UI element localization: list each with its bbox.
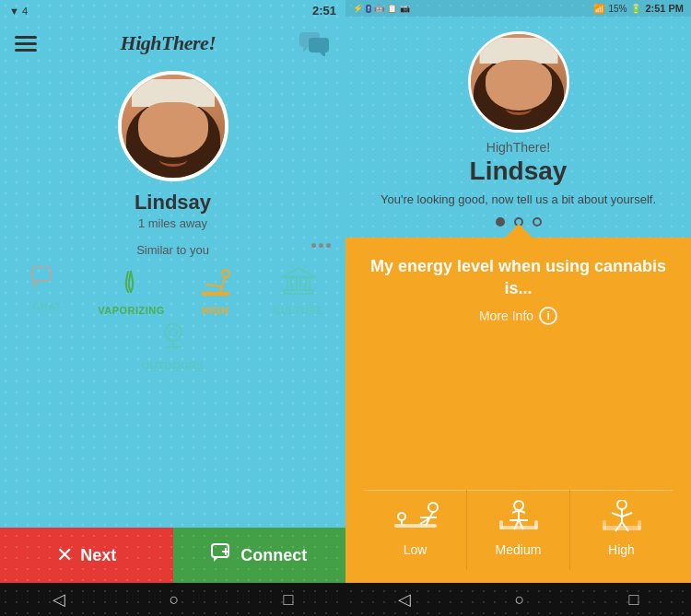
battery-icon: 🔋	[630, 4, 641, 14]
right-home-nav-icon[interactable]: ○	[515, 590, 525, 610]
connect-label: Connect	[240, 546, 307, 565]
chat-interest-icon	[31, 266, 63, 297]
energy-low-option[interactable]: Low	[364, 490, 466, 570]
svg-line-7	[222, 277, 226, 286]
next-label: Next	[80, 546, 116, 565]
left-phone: ▼ 4 2:51 HighThere!	[0, 0, 346, 616]
bottom-actions: ✕ Next Connect	[0, 528, 346, 583]
connect-button[interactable]: Connect	[173, 528, 346, 583]
similar-header: Similar to you	[15, 243, 331, 257]
hamburger-menu-button[interactable]	[15, 36, 37, 52]
plus-bubble-icon	[211, 543, 233, 568]
chat-bubbles-icon	[299, 30, 331, 56]
clipboard-icon: 📋	[387, 4, 397, 13]
profile-section: Lindsay 1 miles away	[0, 62, 346, 238]
svg-rect-43	[534, 520, 538, 529]
back-nav-icon[interactable]: ◁	[53, 589, 65, 610]
right-status-bar: ⚡ f 🤖 📋 📷 📶 15% 🔋 2:51 PM	[346, 0, 691, 17]
right-avatar	[468, 31, 569, 133]
interest-chat[interactable]: CHAT	[15, 266, 79, 316]
dot	[311, 243, 316, 248]
hamburger-line	[15, 36, 37, 39]
interests-grid: CHAT VAPORIZING	[15, 266, 331, 371]
profile-name: Lindsay	[135, 191, 211, 215]
right-time: 2:51 PM	[645, 3, 684, 14]
outdoors-icon	[156, 321, 191, 356]
left-header: HighThere!	[0, 21, 346, 62]
page-dot-3[interactable]	[533, 217, 542, 227]
high-icon	[200, 266, 231, 301]
interest-high[interactable]: HIGH	[183, 266, 248, 316]
avatar-smile	[159, 153, 187, 167]
energy-options: Low	[364, 490, 673, 570]
avatar-face-skin	[138, 102, 208, 157]
hamburger-line	[15, 49, 37, 52]
svg-rect-50	[603, 526, 641, 530]
right-nav-bar: ◁ ○ □	[346, 583, 691, 616]
low-energy-icon	[392, 500, 439, 537]
interest-vaporizing[interactable]: VAPORIZING	[98, 266, 165, 316]
svg-rect-15	[306, 277, 310, 290]
chat-label: CHAT	[32, 301, 62, 312]
svg-line-8	[205, 285, 222, 286]
energy-high-option[interactable]: High	[570, 490, 673, 570]
svg-point-26	[428, 503, 438, 512]
svg-marker-1	[303, 47, 309, 52]
svg-line-47	[622, 513, 632, 517]
left-nav-bar: ◁ ○ □	[0, 583, 346, 616]
right-tagline: You're looking good, now tell us a bit a…	[353, 192, 684, 208]
svg-point-18	[165, 324, 182, 341]
interest-culture[interactable]: CULTURE	[266, 266, 331, 316]
energy-section: My energy level when using cannabis is..…	[346, 238, 691, 583]
high-energy-label: High	[608, 542, 635, 557]
svg-rect-4	[32, 267, 51, 281]
app-logo: HighThere!	[121, 31, 217, 55]
camera-icon: 📷	[400, 4, 410, 13]
right-back-nav-icon[interactable]: ◁	[398, 589, 411, 610]
recents-nav-icon[interactable]: □	[284, 590, 294, 610]
right-smile	[506, 102, 532, 115]
right-app-name: HighThere!	[486, 140, 550, 155]
culture-label: CULTURE	[273, 305, 323, 316]
similar-section: Similar to you CHAT	[0, 238, 346, 375]
svg-marker-3	[320, 52, 325, 56]
medium-energy-label: Medium	[496, 542, 542, 557]
more-options-button[interactable]	[311, 243, 331, 248]
dot	[326, 243, 331, 248]
svg-rect-2	[309, 38, 329, 52]
energy-title: My energy level when using cannabis is..…	[364, 256, 673, 299]
culture-icon	[281, 266, 316, 301]
more-info-row: More Info i	[364, 307, 673, 325]
low-energy-label: Low	[404, 542, 427, 557]
svg-line-46	[612, 513, 622, 517]
svg-point-19	[170, 329, 177, 336]
fb-icon: f	[366, 5, 371, 13]
android-icon: 🤖	[374, 4, 384, 13]
right-recents-nav-icon[interactable]: □	[629, 590, 639, 610]
chat-icon-button[interactable]	[299, 30, 331, 56]
next-button[interactable]: ✕ Next	[0, 528, 173, 583]
dot	[319, 243, 323, 248]
svg-rect-11	[202, 292, 229, 296]
wifi-icon: 📶	[593, 4, 604, 14]
svg-rect-13	[287, 277, 291, 290]
home-nav-icon[interactable]: ○	[170, 590, 180, 610]
battery-percent: 15%	[608, 4, 627, 14]
profile-distance: 1 miles away	[138, 216, 207, 230]
svg-marker-23	[214, 557, 218, 562]
right-profile-name: Lindsay	[470, 157, 568, 186]
interest-outdoors[interactable]: OUTDOORS	[141, 321, 205, 371]
svg-point-6	[222, 270, 229, 277]
svg-rect-41	[499, 526, 538, 529]
right-avatar-inner	[471, 34, 567, 130]
orange-triangle	[504, 224, 533, 238]
vaporizing-label: VAPORIZING	[98, 305, 165, 316]
outdoors-label: OUTDOORS	[142, 360, 205, 371]
similar-title: Similar to you	[136, 243, 209, 257]
left-time: 2:51	[312, 4, 336, 17]
right-status-right: 📶 15% 🔋 2:51 PM	[593, 3, 684, 14]
energy-medium-option[interactable]: Medium	[467, 490, 569, 570]
info-icon-button[interactable]: i	[539, 307, 557, 325]
svg-rect-51	[603, 520, 606, 530]
right-profile-section: HighThere! Lindsay You're looking good, …	[346, 17, 691, 238]
